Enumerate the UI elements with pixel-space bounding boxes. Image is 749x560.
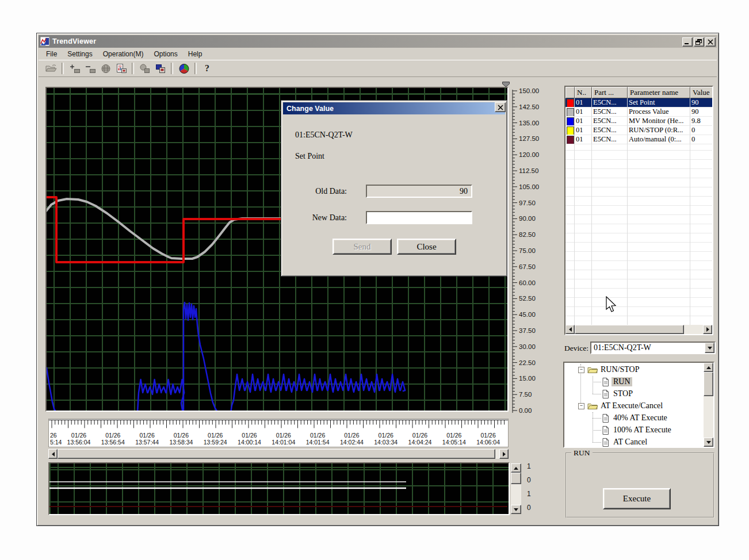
svg-text:75.00: 75.00	[519, 247, 536, 254]
digital-axis-label: 1	[527, 490, 540, 498]
x-axis-label: 01/2614:04:24	[400, 432, 440, 446]
tree-collapse-box[interactable]: −	[578, 367, 584, 373]
change-value-dialog: Change Value 01:E5CN-Q2T-W Set Point Old…	[281, 100, 507, 277]
help-icon[interactable]: ?	[200, 62, 215, 75]
table-scrollbar-thumb[interactable]	[575, 325, 684, 334]
digital-axis-label: 0	[527, 476, 540, 484]
table-cell: E5CN...	[592, 126, 628, 135]
x-axis-label: 01/2614:01:04	[264, 432, 303, 446]
x-axis-label: 01/2614:03:34	[366, 432, 406, 446]
column-header-value[interactable]: Value	[690, 87, 713, 98]
menu-file[interactable]: File	[41, 49, 62, 59]
scroll-right-button[interactable]	[703, 325, 712, 334]
dialog-close-action-button[interactable]: Close	[397, 239, 456, 255]
tree-connector-stub	[593, 442, 601, 443]
folder-icon	[587, 402, 598, 412]
report-icon[interactable]	[113, 62, 129, 75]
table-row-mv-monitor-he[interactable]: 01E5CN...MV Monitor (He...9.8	[565, 117, 712, 126]
table-cell: 01	[575, 126, 592, 135]
parameter-table-header[interactable]: N..Part ...Parameter nameValue	[565, 87, 712, 98]
digital-trend-chart[interactable]	[48, 462, 510, 515]
globe-icon[interactable]	[98, 62, 113, 75]
svg-text:7.50: 7.50	[519, 391, 532, 398]
menu-operation-m[interactable]: Operation(M)	[98, 49, 149, 59]
parameter-table-scrollbar[interactable]	[565, 325, 712, 334]
tree-item-stop[interactable]: STOP	[564, 388, 704, 400]
table-cell: RUN/STOP (0:R...	[628, 126, 690, 135]
shape-blue-icon[interactable]	[152, 62, 168, 75]
tree-item-100-at-execute[interactable]: 100% AT Execute	[564, 424, 704, 436]
toolbar-separator	[194, 63, 197, 74]
column-header-n[interactable]: N..	[575, 87, 592, 98]
table-cell: E5CN...	[592, 117, 628, 126]
dropdown-arrow-icon[interactable]	[705, 343, 714, 353]
toolbar-separator	[171, 63, 173, 74]
table-row-set-point[interactable]: 01E5CN...Set Point90	[565, 98, 712, 108]
scroll-down-button[interactable]	[704, 438, 713, 447]
time-scrollbar[interactable]	[48, 449, 509, 459]
tree-collapse-box[interactable]: −	[578, 403, 584, 409]
tree-connector-stub	[593, 382, 601, 382]
pie-chart-icon[interactable]	[176, 62, 192, 75]
scroll-right-button[interactable]	[499, 449, 509, 459]
execute-button[interactable]: Execute	[603, 488, 671, 509]
close-button[interactable]	[705, 37, 716, 47]
add-trend-icon[interactable]	[67, 62, 82, 75]
x-axis-label: 01/2613:58:34	[162, 432, 201, 446]
device-label: Device:	[564, 344, 588, 353]
table-cell: E5CN...	[592, 108, 628, 117]
digital-scrollbar-thumb[interactable]	[511, 473, 521, 484]
table-row-process-value[interactable]: 01E5CN...Process Value90	[565, 108, 712, 117]
tree-scrollbar[interactable]	[704, 363, 713, 447]
tree-item-run-stop[interactable]: −RUN/STOP	[564, 364, 704, 376]
table-row-auto-manual-0[interactable]: 01E5CN...Auto/manual (0:...0	[565, 135, 712, 144]
svg-text:15.00: 15.00	[519, 375, 536, 382]
device-combobox[interactable]: 01:E5CN-Q2T-W	[590, 342, 716, 354]
x-axis-ticks	[49, 419, 508, 432]
svg-text:105.00: 105.00	[519, 183, 539, 190]
menu-settings[interactable]: Settings	[62, 49, 97, 59]
time-cursor-marker[interactable]	[502, 82, 510, 87]
time-scrollbar-thumb[interactable]	[58, 449, 495, 459]
open-file-icon[interactable]	[43, 62, 59, 75]
tree-item-at-cancel[interactable]: AT Cancel	[564, 436, 704, 447]
tree-item-40-at-execute[interactable]: 40% AT Execute	[564, 412, 704, 424]
restore-button[interactable]	[694, 37, 704, 47]
svg-text:90.00: 90.00	[519, 215, 536, 222]
dialog-titlebar[interactable]: Change Value	[283, 102, 505, 114]
column-header-color[interactable]	[565, 87, 575, 98]
tree-item-label: AT Execute/Cancel	[599, 401, 664, 411]
x-axis-label: 01/2614:01:54	[298, 432, 337, 446]
window-titlebar[interactable]: TrendViewer	[39, 35, 717, 48]
menu-help[interactable]: Help	[183, 49, 208, 59]
tree-item-at-execute-cancel[interactable]: −AT Execute/Cancel	[564, 400, 704, 412]
svg-text:82.50: 82.50	[519, 231, 536, 238]
table-cell: 9.8	[690, 117, 712, 126]
tree-item-run[interactable]: RUN	[564, 376, 704, 388]
new-data-input[interactable]	[366, 211, 472, 224]
tree-scrollbar-thumb[interactable]	[704, 372, 713, 396]
dialog-close-button[interactable]	[495, 102, 506, 112]
scroll-down-button[interactable]	[511, 505, 521, 514]
document-icon	[602, 390, 609, 401]
table-cell: 90	[690, 98, 712, 108]
x-axis-label: 01/2614:06:04	[469, 432, 508, 446]
document-icon	[602, 426, 609, 437]
table-cell: Process Value	[628, 108, 690, 117]
table-row-run-stop-0-r[interactable]: 01E5CN...RUN/STOP (0:R...0	[565, 126, 712, 135]
scroll-up-button[interactable]	[704, 363, 713, 372]
minimize-button[interactable]	[682, 37, 693, 47]
scroll-up-button[interactable]	[511, 463, 521, 473]
scroll-left-button[interactable]	[565, 325, 575, 334]
scroll-left-button[interactable]	[48, 449, 58, 459]
shape-gray-icon[interactable]	[137, 62, 152, 75]
column-header-part[interactable]: Part ...	[592, 87, 628, 98]
menu-options[interactable]: Options	[148, 49, 182, 59]
column-header-parameter-name[interactable]: Parameter name	[628, 87, 690, 98]
svg-text:142.50: 142.50	[519, 103, 539, 110]
remove-trend-icon[interactable]	[82, 62, 98, 75]
digital-chart-scrollbar[interactable]	[511, 463, 521, 514]
send-button[interactable]: Send	[333, 239, 392, 255]
tree-item-label: 40% AT Execute	[612, 413, 669, 423]
tree-connector-stub	[593, 418, 601, 419]
